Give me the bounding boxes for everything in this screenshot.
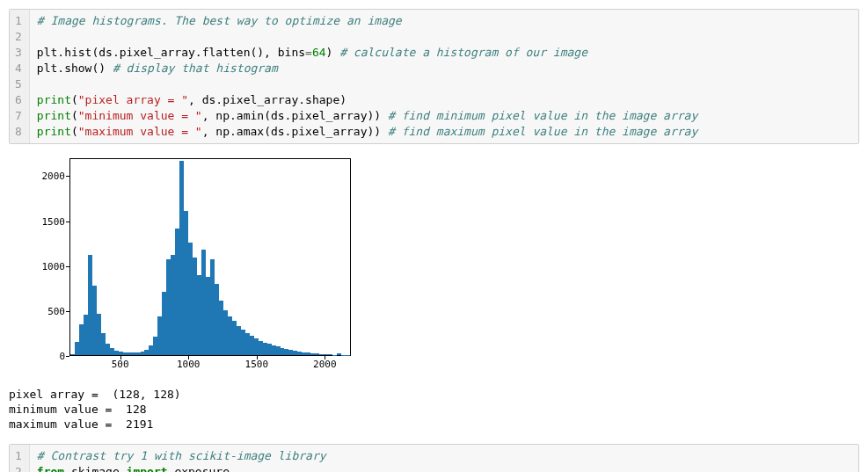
code-text: ( <box>71 93 78 106</box>
line-number: 4 <box>15 61 22 76</box>
y-tick-label: 2000 <box>21 171 65 182</box>
code-text: , np.amax(ds.pixel_array)) <box>202 125 388 138</box>
code-text: ( <box>71 109 78 122</box>
code-comment: # find minimum pixel value in the image … <box>388 109 697 122</box>
code-keyword: from <box>37 465 64 472</box>
x-tick-label: 2000 <box>313 359 337 370</box>
line-gutter: 1 2 <box>10 445 30 472</box>
code-comment: # Contrast try 1 with scikit-image libra… <box>37 449 326 462</box>
code-comment: # display that histogram <box>113 62 278 75</box>
y-tick-label: 1000 <box>21 260 65 272</box>
y-tick-mark <box>66 356 69 357</box>
output-line: minimum value = 128 <box>9 403 147 416</box>
code-text: ( <box>71 125 78 138</box>
x-tick-label: 1000 <box>177 359 201 370</box>
code-string: "minimum value = " <box>78 109 202 122</box>
x-tick-mark <box>120 356 121 359</box>
x-tick-mark <box>188 356 189 359</box>
line-number: 1 <box>15 448 22 464</box>
code-text: skimage <box>64 465 126 472</box>
code-builtin: print <box>37 125 71 138</box>
x-tick-mark <box>325 356 325 359</box>
code-content[interactable]: # Image histograms. The best way to opti… <box>30 10 858 143</box>
x-tick-label: 1500 <box>245 359 269 370</box>
histogram-chart: 0500100015002000500100015002000 <box>21 153 346 381</box>
line-number: 2 <box>15 29 22 45</box>
code-keyword: import <box>127 465 168 472</box>
line-number: 3 <box>15 45 22 61</box>
code-text: exposure <box>168 465 230 472</box>
line-number: 2 <box>15 464 22 472</box>
y-tick-label: 500 <box>21 305 65 316</box>
output-area: 0500100015002000500100015002000 pixel ar… <box>9 153 859 432</box>
y-tick-mark <box>66 266 69 267</box>
line-number: 5 <box>15 76 22 92</box>
code-builtin: print <box>37 109 71 122</box>
y-tick-label: 0 <box>21 351 65 362</box>
code-comment: # Image histograms. The best way to opti… <box>37 14 402 27</box>
code-text: plt.show() <box>37 62 113 75</box>
output-line: pixel array = (128, 128) <box>9 388 181 401</box>
code-text: plt.hist(ds.pixel_array.flatten(), bins <box>37 46 305 59</box>
line-number: 7 <box>15 108 22 124</box>
code-text: , ds.pixel_array.shape) <box>188 93 346 106</box>
line-gutter: 1 2 3 4 5 6 7 8 <box>10 10 30 143</box>
code-builtin: print <box>37 93 71 106</box>
output-line: maximum value = 2191 <box>9 418 153 431</box>
code-text: ) <box>326 46 340 59</box>
code-text: , np.amin(ds.pixel_array)) <box>202 109 388 122</box>
histogram-bars <box>70 159 350 355</box>
line-number: 1 <box>15 13 22 29</box>
y-tick-mark <box>66 311 69 312</box>
stdout-output: pixel array = (128, 128) minimum value =… <box>9 387 859 432</box>
code-cell-1[interactable]: 1 2 3 4 5 6 7 8 # Image histograms. The … <box>9 9 859 144</box>
code-comment: # calculate a histogram of our image <box>339 46 587 59</box>
code-op: = <box>305 46 312 59</box>
x-tick-mark <box>257 356 258 359</box>
y-tick-mark <box>66 221 69 222</box>
code-number: 64 <box>312 46 326 59</box>
code-comment: # find maximum pixel value in the image … <box>388 125 697 138</box>
line-number: 6 <box>15 92 22 108</box>
plot-frame <box>69 158 351 356</box>
y-tick-mark <box>66 176 69 177</box>
y-tick-label: 1500 <box>21 215 65 227</box>
code-cell-2[interactable]: 1 2 # Contrast try 1 with scikit-image l… <box>9 444 859 472</box>
x-tick-label: 500 <box>112 359 129 370</box>
code-string: "maximum value = " <box>78 125 202 138</box>
line-number: 8 <box>15 124 22 140</box>
code-string: "pixel array = " <box>78 93 188 106</box>
code-content[interactable]: # Contrast try 1 with scikit-image libra… <box>30 445 858 472</box>
